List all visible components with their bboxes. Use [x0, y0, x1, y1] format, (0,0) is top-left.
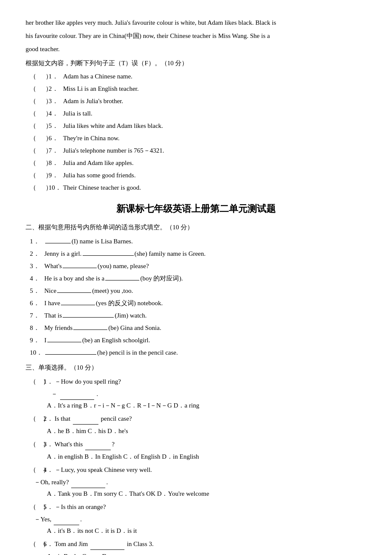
blank-field[interactable] — [61, 298, 95, 305]
blank-field[interactable] — [45, 348, 96, 355]
q-text: What's this ? — [55, 439, 115, 450]
q-num: 1． — [43, 376, 55, 387]
mc-q2-stem: （ ） 2． Is that pencil case? — [26, 413, 366, 425]
mc-q1-options: A．It's a ring B．r－i－N－g C．R－I－N－G D．a ri… — [26, 400, 366, 411]
q-text: Tom and Jim in Class 3. — [55, 538, 154, 550]
paren-close: ） — [39, 120, 48, 132]
blank-field[interactable] — [63, 261, 97, 268]
q-text: Jenny is a girl. — [44, 248, 82, 260]
q-num: 9． — [49, 170, 61, 181]
s2-q4: 4． He is a boy and she is a (boy 的对应词). — [26, 273, 366, 284]
paren: （ — [30, 464, 37, 476]
q-text: Julia has some good friends. — [63, 170, 135, 181]
q-num: 6． — [30, 298, 43, 309]
q-text: Julia is tall. — [63, 108, 92, 119]
option-text: A．It's a ring B．r－i－N－g C．R－I－N－G D．a ri… — [47, 402, 199, 409]
option-text: A．Tank you B．I'm sorry C．That's OK D．You… — [47, 490, 209, 497]
blank-field[interactable] — [105, 274, 139, 280]
passage-line1: her brother like apples very much. Julia… — [26, 17, 366, 29]
section2-block: 二、根据句意用括号内所给单词的适当形式填空。（10 分） 1． (I) name… — [26, 222, 366, 358]
q-text: That is — [44, 310, 62, 321]
paren: （ — [30, 170, 38, 181]
q-num: 2． — [43, 413, 55, 425]
section3-block: 三、单项选择。（10 分） （ ） 1． －How do you spell r… — [26, 362, 366, 555]
q5-tf: （ ） 5． Julia likes white and Adam likes … — [26, 120, 366, 132]
paren: （ — [30, 83, 38, 95]
paren: （ — [30, 157, 38, 169]
paren-close: ） — [37, 413, 43, 425]
mc-q1-stem: （ ） 1． －How do you spell ring? — [26, 376, 366, 387]
q-text: I have — [44, 298, 60, 309]
blank-field[interactable] — [57, 286, 91, 293]
paren: （ — [30, 95, 38, 107]
paren: （ — [30, 439, 37, 450]
q-text: They're in China now. — [63, 133, 120, 144]
paren-close: ） — [39, 71, 48, 82]
mc-q4-stem: （ ） 4． －Lucy, you speak Chinese very wel… — [26, 464, 366, 476]
s2-q8: 8． My friends (be) Gina and Sonia. — [26, 322, 366, 334]
blank-field[interactable] — [83, 249, 134, 256]
q1-tf: （ ） 1． Adam has a Chinese name. — [26, 71, 366, 82]
mc-q4-sub: －Oh, really? . — [26, 477, 366, 488]
mc-q6-options: A．is B．be C．am D．are — [26, 551, 366, 555]
option-text: A．in english B．In English C．of English D… — [47, 453, 199, 460]
q4-tf: （ ） 4． Julia is tall. — [26, 108, 366, 119]
q-text: What's — [44, 260, 62, 272]
blank-field[interactable] — [45, 237, 71, 243]
section2-header: 二、根据句意用括号内所给单词的适当形式填空。（10 分） — [26, 222, 366, 233]
paren-close: ） — [37, 538, 43, 550]
q9-tf: （ ） 9． Julia has some good friends. — [26, 170, 366, 181]
option-text: A．it's B．its not C．it is D．is it — [47, 527, 137, 534]
q-text: (I) name is Lisa Barnes. — [72, 236, 133, 247]
paren: （ — [30, 108, 38, 119]
mc-q6-stem: （ ） 6． Tom and Jim in Class 3. — [26, 538, 366, 550]
paren-close: ） — [39, 170, 48, 181]
paren-close: ） — [37, 439, 43, 450]
paren-close: ） — [39, 133, 48, 144]
q-num: 4． — [43, 464, 55, 476]
q-num: 3． — [30, 260, 43, 272]
blank-field[interactable] — [54, 518, 79, 525]
paren: （ — [30, 538, 37, 550]
q-num: 6． — [49, 133, 61, 144]
mc-q3-options: A．in english B．In English C．of English D… — [26, 451, 366, 462]
paren-close: ） — [39, 108, 48, 119]
passage-block: her brother like apples very much. Julia… — [26, 17, 366, 55]
section3-header: 三、单项选择。（10 分） — [26, 362, 366, 373]
blank-field[interactable] — [71, 481, 105, 488]
blank-field[interactable] — [73, 418, 98, 425]
q-text: －How do you spell ring? — [55, 376, 121, 387]
q-num: 6． — [43, 538, 55, 550]
option-text: A．he B．him C．his D．he's — [47, 428, 128, 434]
q6-tf: （ ） 6． They're in China now. — [26, 133, 366, 144]
paren-close: ） — [37, 376, 43, 387]
q-num: 9． — [30, 335, 43, 346]
paren: （ — [30, 413, 37, 425]
q-text: －Lucy, you speak Chinese very well. — [55, 464, 152, 476]
q-text: Nice — [44, 285, 56, 297]
blank-field[interactable] — [85, 443, 111, 450]
q-text: Adam is Julia's brother. — [63, 95, 123, 107]
paren-close: ） — [37, 464, 43, 476]
blank-field[interactable] — [90, 543, 124, 550]
option-text: A．is B．be C．am D．are — [47, 553, 121, 555]
q-text: Julia and Adam like apples. — [63, 157, 133, 169]
q-text: －Is this an orange? — [55, 501, 106, 513]
q-text: (he) pencil is in the pencil case. — [97, 347, 178, 358]
paren-close: ） — [39, 95, 48, 107]
q-sub-text: － — [51, 390, 58, 397]
blank-field[interactable] — [63, 311, 114, 318]
q2-tf: （ ） 2． Miss Li is an English teacher. — [26, 83, 366, 95]
q3-tf: （ ） 3． Adam is Julia's brother. — [26, 95, 366, 107]
s2-q5: 5． Nice (meet) you ,too. — [26, 285, 366, 297]
mc-q3: （ ） 3． What's this ? A．in english B．In E… — [26, 439, 366, 462]
blank-field[interactable] — [73, 323, 107, 330]
q-text: He is a boy and she is a — [44, 273, 104, 284]
q-num: 8． — [49, 157, 61, 169]
q-num: 1． — [30, 236, 43, 247]
blank-field[interactable] — [47, 335, 81, 342]
passage-line3: good teacher. — [26, 43, 366, 55]
paren: （ — [30, 501, 37, 513]
paren-close: ） — [39, 83, 48, 95]
blank-field[interactable] — [60, 393, 94, 400]
